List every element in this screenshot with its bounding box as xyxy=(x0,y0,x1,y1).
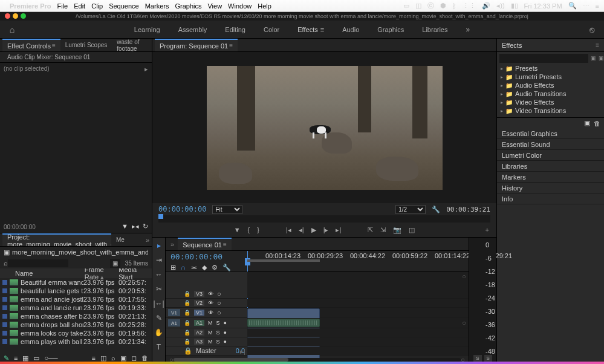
goto-out-button[interactable]: ▸| xyxy=(336,226,341,234)
ws-editing[interactable]: Editing xyxy=(225,25,245,34)
ws-libraries[interactable]: Libraries xyxy=(422,25,447,34)
table-row[interactable]: Beautiful emma wandering23.976 fps00:26:… xyxy=(0,278,152,287)
auto-icon[interactable]: ◫ xyxy=(100,354,106,362)
keyframe-icon[interactable]: ▸◂ xyxy=(132,223,139,230)
panel-menu-icon[interactable]: ≡ xyxy=(596,42,599,48)
effects-folder[interactable]: ▸📁Audio Transitions xyxy=(497,89,604,98)
jump-icon[interactable]: ▸| xyxy=(240,348,245,356)
wrench-icon[interactable]: 🔧 xyxy=(222,264,231,271)
target-a1[interactable]: A1 xyxy=(194,320,204,326)
export-button[interactable]: ⎋ xyxy=(580,25,604,34)
audio-icon[interactable]: 🔊 xyxy=(482,2,490,10)
spotlight-icon[interactable]: 🔍 xyxy=(568,2,577,10)
solo-r[interactable]: S xyxy=(484,355,492,362)
ws-assembly[interactable]: Assembly xyxy=(178,25,207,34)
rec-a1[interactable]: ● xyxy=(224,320,227,326)
solo-a1[interactable]: S xyxy=(216,320,220,326)
menu-window[interactable]: Window xyxy=(228,2,252,10)
lock-a3[interactable]: 🔒 xyxy=(184,339,190,345)
menu-view[interactable]: View xyxy=(207,2,222,10)
timeline-overflow[interactable]: » xyxy=(170,241,174,248)
pen-tool[interactable]: ✎ xyxy=(156,314,162,322)
step-fwd-button[interactable]: |▸ xyxy=(323,226,329,234)
controlcenter-icon[interactable]: ⋯ xyxy=(583,2,589,10)
new-bin-icon[interactable]: ▣ xyxy=(584,119,590,127)
side-panel-tab[interactable]: Essential Graphics xyxy=(497,128,604,139)
app-name[interactable]: Premiere Pro xyxy=(10,2,51,10)
solo-l[interactable]: S xyxy=(473,355,481,362)
tab-sequence[interactable]: Sequence 01≡ xyxy=(178,238,232,250)
mute-a2[interactable]: M xyxy=(208,330,213,336)
footer-pen-icon[interactable]: ✎ xyxy=(4,354,9,362)
compare-button[interactable]: ◫ xyxy=(409,226,415,234)
search-icon[interactable]: ⌕ xyxy=(4,259,8,267)
tab-source[interactable]: Source: waste of footage 7594.MP4 xyxy=(112,39,149,51)
macos-dock[interactable] xyxy=(0,362,604,364)
rec-a3[interactable]: ● xyxy=(224,339,227,345)
table-row[interactable]: emma and lancie run at a di23.976 fps00:… xyxy=(0,304,152,312)
zoom-select[interactable]: Fit xyxy=(212,205,242,214)
resolution-select[interactable]: 1/2 xyxy=(395,205,426,214)
nest-icon[interactable]: ⊞ xyxy=(170,264,176,271)
lift-button[interactable]: ⇱ xyxy=(368,226,373,234)
src-v1[interactable]: V1 xyxy=(168,309,180,316)
col-name[interactable]: Name xyxy=(15,270,85,277)
icon-view-icon[interactable]: ▦ xyxy=(22,354,28,362)
ws-learning[interactable]: Learning xyxy=(134,25,160,34)
timeline-timecode[interactable]: 00:00:00:00 xyxy=(170,252,242,261)
ws-color[interactable]: Color xyxy=(264,25,279,34)
table-header[interactable]: Name Frame Rate ▴ Media Start xyxy=(0,268,152,278)
out-button[interactable]: } xyxy=(257,226,259,233)
target-v1[interactable]: V1 xyxy=(194,310,204,316)
menu-clip[interactable]: Clip xyxy=(91,2,103,10)
table-row[interactable]: emma chases after ball 758023.976 fps00:… xyxy=(0,312,152,320)
extract-button[interactable]: ⇲ xyxy=(380,226,386,234)
find-icon[interactable]: ⌕ xyxy=(111,354,115,362)
tab-audio-mixer[interactable]: Audio Clip Mixer: Sequence 01 xyxy=(2,52,95,62)
ws-audio[interactable]: Audio xyxy=(342,25,359,34)
new-bin-button[interactable]: ▣ xyxy=(110,259,120,268)
step-back-button[interactable]: ◂| xyxy=(299,226,304,234)
tab-effect-controls[interactable]: Effect Controls≡ xyxy=(2,39,60,51)
new-item-icon[interactable]: ◻ xyxy=(131,354,137,362)
rec-a2[interactable]: ● xyxy=(224,330,227,336)
effects-folder[interactable]: ▸📁Lumetri Presets xyxy=(497,73,604,81)
lock-a1[interactable]: 🔒 xyxy=(184,320,190,326)
settings-icon[interactable]: ⚙ xyxy=(212,264,218,271)
output-v2[interactable]: ○ xyxy=(217,299,221,307)
home-button[interactable]: ⌂ xyxy=(0,25,24,34)
lock-v1[interactable]: 🔒 xyxy=(184,310,190,316)
tab-project[interactable]: Project: more_morning_movie_shoot_with_e… xyxy=(2,233,111,246)
video-canvas[interactable] xyxy=(207,66,443,190)
in-button[interactable]: { xyxy=(248,226,250,233)
eye-v3[interactable]: 👁 xyxy=(208,291,213,297)
zoom-slider[interactable]: ○── xyxy=(44,354,57,362)
ws-overflow[interactable]: » xyxy=(466,25,470,34)
effects-title[interactable]: Effects xyxy=(502,42,522,49)
tab-media[interactable]: Me xyxy=(111,233,129,246)
accel-filter-icon[interactable]: ▣ xyxy=(591,55,596,61)
target-a3[interactable]: A3 xyxy=(194,339,204,345)
track-select-tool[interactable]: ⇥ xyxy=(156,256,162,264)
ws-effects[interactable]: Effects≡ xyxy=(297,25,324,34)
freeform-icon[interactable]: ▭ xyxy=(33,354,39,362)
reset-icon[interactable]: ↻ xyxy=(143,223,148,230)
snap-icon[interactable]: ∩ xyxy=(181,264,186,271)
menu-help[interactable]: Help xyxy=(258,2,271,10)
table-row[interactable]: emma plays with ball 7581.23.976 fps00:2… xyxy=(0,337,152,346)
filter-icon[interactable]: ▼ xyxy=(122,223,128,230)
selection-tool[interactable]: ▸ xyxy=(157,241,161,250)
solo-a3[interactable]: S xyxy=(216,339,220,345)
goto-in-button[interactable]: |◂ xyxy=(286,226,291,234)
table-row[interactable]: emma and ancie jostling ara23.976 fps00:… xyxy=(0,295,152,304)
side-panel-tab[interactable]: Libraries xyxy=(497,161,604,172)
menu-file[interactable]: File xyxy=(57,2,68,10)
marker-icon[interactable]: ◆ xyxy=(202,264,207,271)
mute-a3[interactable]: M xyxy=(208,339,213,345)
program-tc-left[interactable]: 00:00:00:00 xyxy=(158,205,206,213)
cc-icon[interactable]: ⓒ xyxy=(427,1,434,10)
screenshot-icon[interactable]: ▭ xyxy=(403,2,409,10)
target-v2[interactable]: V2 xyxy=(194,300,204,306)
side-panel-tab[interactable]: Info xyxy=(497,193,604,204)
bluetooth-icon[interactable]: ᛒ xyxy=(452,2,456,10)
